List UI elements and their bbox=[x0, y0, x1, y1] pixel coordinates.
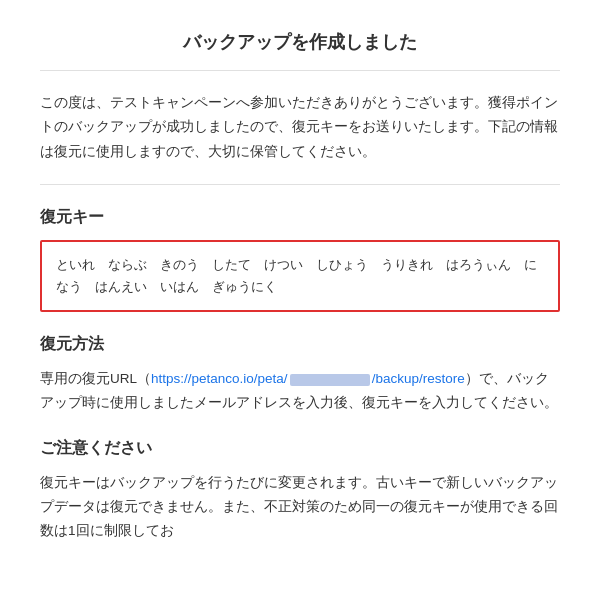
page-container: バックアップを作成しました この度は、テストキャンペーンへ参加いただきありがとう… bbox=[0, 0, 600, 574]
recovery-method-section: 復元方法 専用の復元URL（https://petanco.io/peta//b… bbox=[40, 334, 560, 416]
caution-title: ご注意ください bbox=[40, 438, 560, 459]
intro-text: この度は、テストキャンペーンへ参加いただきありがとうございます。獲得ポイントのバ… bbox=[40, 91, 560, 164]
recovery-url-link[interactable]: https://petanco.io/peta//backup/restore bbox=[151, 371, 465, 386]
caution-section: ご注意ください 復元キーはバックアップを行うたびに変更されます。古いキーで新しい… bbox=[40, 438, 560, 544]
recovery-key-box: といれ ならぶ きのう したて けつい しひょう うりきれ はろうぃん になう … bbox=[40, 240, 560, 312]
intro-section: この度は、テストキャンペーンへ参加いただきありがとうございます。獲得ポイントのバ… bbox=[40, 91, 560, 185]
text-before-link: 専用の復元URL（ bbox=[40, 371, 151, 386]
recovery-key-title: 復元キー bbox=[40, 207, 560, 228]
url-redacted bbox=[290, 374, 370, 386]
caution-text: 復元キーはバックアップを行うたびに変更されます。古いキーで新しいバックアップデー… bbox=[40, 471, 560, 544]
recovery-method-text: 専用の復元URL（https://petanco.io/peta//backup… bbox=[40, 367, 560, 416]
page-title: バックアップを作成しました bbox=[40, 30, 560, 71]
recovery-key-section: 復元キー といれ ならぶ きのう したて けつい しひょう うりきれ はろうぃん… bbox=[40, 207, 560, 312]
recovery-method-title: 復元方法 bbox=[40, 334, 560, 355]
recovery-key-text: といれ ならぶ きのう したて けつい しひょう うりきれ はろうぃん になう … bbox=[56, 257, 537, 294]
